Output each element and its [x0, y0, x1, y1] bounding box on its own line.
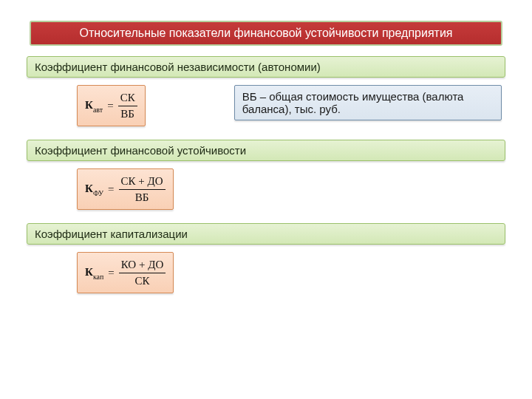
section-heading-1: Коэффициент финансовой независимости (ав…: [27, 56, 505, 78]
formula-3-numerator: КО + ДО: [119, 259, 166, 271]
formula-2-subscript: ФУ: [93, 189, 103, 197]
formula-2-symbol: К: [85, 183, 93, 194]
formula-2-numerator: СК + ДО: [119, 175, 166, 188]
formula-1-subscript: авт: [93, 106, 103, 114]
formula-3-symbol: К: [85, 266, 93, 278]
formula-3-denominator: СК: [132, 275, 151, 287]
equals-sign: =: [108, 183, 114, 196]
fraction-bar: [119, 189, 166, 190]
section-body-2: КФУ = СК + ДО ВБ: [27, 168, 505, 210]
formula-box-1: Кавт = СК ВБ: [77, 85, 146, 126]
formula-3: Ккап = КО + ДО СК: [85, 259, 166, 287]
equals-sign: =: [108, 267, 114, 279]
formula-1-numerator: СК: [118, 92, 137, 104]
equals-sign: =: [107, 100, 113, 112]
formula-1-symbol: К: [85, 99, 93, 111]
page-title: Относительные показатели финансовой усто…: [30, 21, 502, 46]
formula-1: Кавт = СК ВБ: [85, 92, 137, 120]
section-body-1: Кавт = СК ВБ ВБ – общая стоимость имущес…: [27, 85, 505, 126]
formula-2: КФУ = СК + ДО ВБ: [85, 175, 166, 203]
section-heading-2: Коэффициент финансовой устойчивости: [27, 140, 505, 161]
section-body-3: Ккап = КО + ДО СК: [27, 252, 505, 293]
section-heading-3: Коэффициент капитализации: [27, 223, 505, 245]
formula-1-denominator: ВБ: [118, 108, 137, 120]
slide: Относительные показатели финансовой усто…: [0, 0, 532, 399]
fraction-bar: [119, 273, 166, 273]
formula-2-denominator: ВБ: [133, 191, 151, 204]
fraction-bar: [118, 106, 137, 106]
formula-box-2: КФУ = СК + ДО ВБ: [77, 168, 174, 210]
formula-box-3: Ккап = КО + ДО СК: [77, 252, 174, 293]
note-box-1: ВБ – общая стоимость имущества (валюта б…: [234, 85, 502, 120]
formula-3-subscript: кап: [93, 273, 103, 281]
